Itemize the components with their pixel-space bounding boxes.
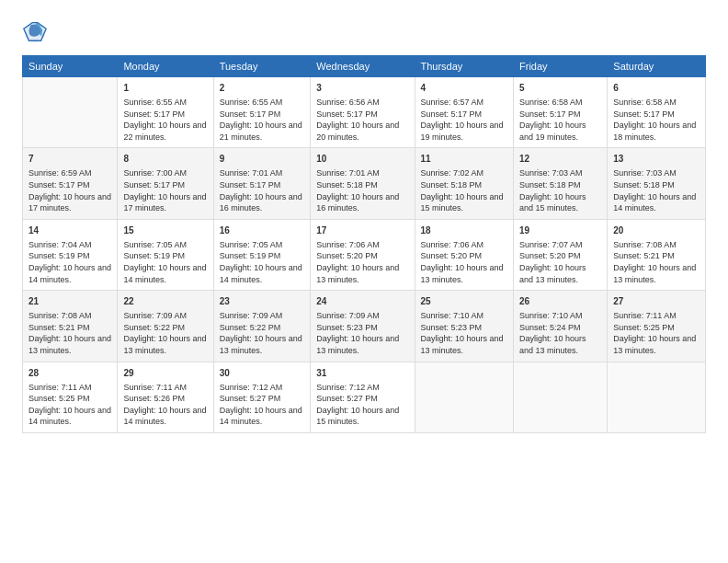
sunrise-text: Sunrise: 7:12 AM [220, 383, 283, 392]
sunset-text: Sunset: 5:23 PM [316, 323, 378, 332]
day-cell: 29Sunrise: 7:11 AMSunset: 5:26 PMDayligh… [118, 362, 213, 432]
sunset-text: Sunset: 5:23 PM [421, 323, 483, 332]
sunrise-text: Sunrise: 7:02 AM [421, 168, 484, 178]
sunrise-text: Sunrise: 7:11 AM [613, 311, 677, 320]
day-cell: 25Sunrise: 7:10 AMSunset: 5:23 PMDayligh… [415, 291, 514, 362]
day-cell [608, 362, 706, 432]
sunrise-text: Sunrise: 7:09 AM [220, 311, 283, 320]
daylight-text: Daylight: 10 hours and 15 minutes. [316, 406, 399, 427]
day-cell: 19Sunrise: 7:07 AMSunset: 5:20 PMDayligh… [514, 219, 608, 290]
daylight-text: Daylight: 10 hours and 14 minutes. [123, 406, 206, 427]
sunset-text: Sunset: 5:18 PM [316, 180, 378, 190]
day-header-thursday: Thursday [415, 56, 514, 77]
day-number: 23 [220, 295, 305, 308]
day-number: 15 [123, 224, 207, 237]
day-cell: 13Sunrise: 7:03 AMSunset: 5:18 PMDayligh… [608, 148, 706, 219]
day-cell: 20Sunrise: 7:08 AMSunset: 5:21 PMDayligh… [608, 219, 706, 290]
sunset-text: Sunset: 5:18 PM [519, 180, 581, 190]
day-cell: 28Sunrise: 7:11 AMSunset: 5:25 PMDayligh… [23, 362, 118, 432]
day-number: 9 [220, 153, 305, 166]
day-cell: 2Sunrise: 6:55 AMSunset: 5:17 PMDaylight… [213, 77, 311, 148]
sunrise-text: Sunrise: 7:11 AM [123, 383, 187, 392]
week-row-2: 7Sunrise: 6:59 AMSunset: 5:17 PMDaylight… [23, 148, 706, 219]
sunrise-text: Sunrise: 6:59 AM [28, 168, 92, 178]
day-number: 12 [519, 153, 601, 166]
day-number: 7 [28, 153, 111, 166]
day-number: 1 [123, 82, 207, 95]
day-cell: 17Sunrise: 7:06 AMSunset: 5:20 PMDayligh… [311, 219, 415, 290]
header [22, 18, 706, 44]
day-cell: 14Sunrise: 7:04 AMSunset: 5:19 PMDayligh… [23, 219, 118, 290]
day-number: 26 [519, 295, 601, 308]
daylight-text: Daylight: 10 hours and 22 minutes. [123, 121, 206, 142]
day-cell: 15Sunrise: 7:05 AMSunset: 5:19 PMDayligh… [118, 219, 213, 290]
sunset-text: Sunset: 5:24 PM [519, 323, 581, 332]
logo-icon [22, 18, 48, 44]
day-number: 25 [421, 295, 508, 308]
page: SundayMondayTuesdayWednesdayThursdayFrid… [0, 0, 728, 563]
week-row-5: 28Sunrise: 7:11 AMSunset: 5:25 PMDayligh… [23, 362, 706, 432]
daylight-text: Daylight: 10 hours and 13 minutes. [316, 263, 399, 284]
sunset-text: Sunset: 5:17 PM [123, 109, 185, 119]
day-number: 20 [613, 224, 700, 237]
day-header-wednesday: Wednesday [311, 56, 415, 77]
sunset-text: Sunset: 5:19 PM [123, 251, 185, 260]
daylight-text: Daylight: 10 hours and 16 minutes. [316, 192, 399, 213]
week-row-4: 21Sunrise: 7:08 AMSunset: 5:21 PMDayligh… [23, 291, 706, 362]
sunrise-text: Sunrise: 7:10 AM [421, 311, 484, 320]
day-cell: 11Sunrise: 7:02 AMSunset: 5:18 PMDayligh… [415, 148, 514, 219]
daylight-text: Daylight: 10 hours and 13 minutes. [421, 263, 504, 284]
day-cell: 22Sunrise: 7:09 AMSunset: 5:22 PMDayligh… [118, 291, 213, 362]
day-number: 14 [28, 224, 111, 237]
sunrise-text: Sunrise: 6:58 AM [613, 98, 677, 107]
daylight-text: Daylight: 10 hours and 21 minutes. [220, 121, 302, 142]
day-cell: 31Sunrise: 7:12 AMSunset: 5:27 PMDayligh… [311, 362, 415, 432]
day-cell: 4Sunrise: 6:57 AMSunset: 5:17 PMDaylight… [415, 77, 514, 148]
day-header-saturday: Saturday [608, 56, 706, 77]
day-cell: 6Sunrise: 6:58 AMSunset: 5:17 PMDaylight… [608, 77, 706, 148]
sunset-text: Sunset: 5:20 PM [316, 251, 378, 260]
daylight-text: Daylight: 10 hours and 18 minutes. [613, 121, 696, 142]
day-cell: 16Sunrise: 7:05 AMSunset: 5:19 PMDayligh… [213, 219, 311, 290]
daylight-text: Daylight: 10 hours and 19 minutes. [421, 121, 504, 142]
sunrise-text: Sunrise: 7:04 AM [28, 240, 92, 249]
day-cell: 9Sunrise: 7:01 AMSunset: 5:17 PMDaylight… [213, 148, 311, 219]
sunrise-text: Sunrise: 6:55 AM [123, 98, 187, 107]
calendar-table: SundayMondayTuesdayWednesdayThursdayFrid… [22, 55, 706, 433]
daylight-text: Daylight: 10 hours and 19 minutes. [519, 121, 586, 142]
day-header-monday: Monday [118, 56, 213, 77]
header-row: SundayMondayTuesdayWednesdayThursdayFrid… [23, 56, 706, 77]
day-cell [415, 362, 514, 432]
sunrise-text: Sunrise: 7:01 AM [220, 168, 283, 178]
week-row-3: 14Sunrise: 7:04 AMSunset: 5:19 PMDayligh… [23, 219, 706, 290]
sunset-text: Sunset: 5:27 PM [316, 394, 378, 403]
day-cell [514, 362, 608, 432]
day-number: 21 [28, 295, 111, 308]
day-number: 13 [613, 153, 700, 166]
day-header-tuesday: Tuesday [213, 56, 311, 77]
sunset-text: Sunset: 5:21 PM [28, 323, 90, 332]
daylight-text: Daylight: 10 hours and 13 minutes. [613, 334, 696, 355]
day-number: 10 [316, 153, 408, 166]
day-cell: 30Sunrise: 7:12 AMSunset: 5:27 PMDayligh… [213, 362, 311, 432]
sunset-text: Sunset: 5:25 PM [613, 323, 675, 332]
sunset-text: Sunset: 5:17 PM [613, 109, 675, 119]
sunrise-text: Sunrise: 7:07 AM [519, 240, 583, 249]
day-number: 18 [421, 224, 508, 237]
daylight-text: Daylight: 10 hours and 20 minutes. [316, 121, 399, 142]
daylight-text: Daylight: 10 hours and 13 minutes. [421, 334, 504, 355]
sunset-text: Sunset: 5:21 PM [613, 251, 675, 260]
sunrise-text: Sunrise: 7:03 AM [519, 168, 583, 178]
sunset-text: Sunset: 5:20 PM [421, 251, 483, 260]
day-number: 5 [519, 82, 601, 95]
daylight-text: Daylight: 10 hours and 14 minutes. [123, 263, 206, 284]
daylight-text: Daylight: 10 hours and 13 minutes. [519, 263, 586, 284]
day-number: 24 [316, 295, 408, 308]
sunrise-text: Sunrise: 7:11 AM [28, 383, 92, 392]
sunset-text: Sunset: 5:25 PM [28, 394, 90, 403]
daylight-text: Daylight: 10 hours and 16 minutes. [220, 192, 302, 213]
sunset-text: Sunset: 5:19 PM [220, 251, 281, 260]
daylight-text: Daylight: 10 hours and 13 minutes. [28, 334, 111, 355]
sunrise-text: Sunrise: 6:56 AM [316, 98, 380, 107]
sunrise-text: Sunrise: 7:01 AM [316, 168, 380, 178]
